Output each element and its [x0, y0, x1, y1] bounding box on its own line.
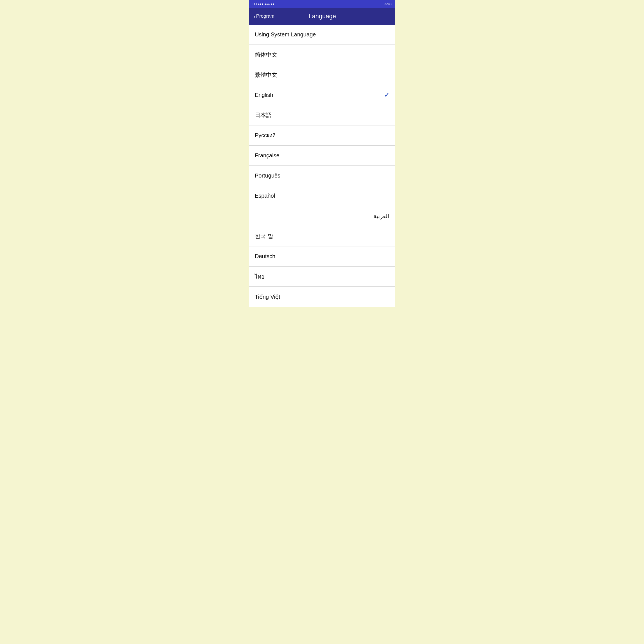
language-item-en[interactable]: English✓ [249, 85, 395, 105]
language-name-fr: Française [255, 152, 279, 159]
language-item-vi[interactable]: Tiếng Việt [249, 287, 395, 307]
language-item-zh-hant[interactable]: 繁體中文 [249, 65, 395, 85]
language-name-ja: 日本語 [255, 111, 272, 119]
language-item-ar[interactable]: العربية [249, 206, 395, 226]
language-name-ko: 한국 말 [255, 232, 273, 240]
language-name-ru: Русский [255, 132, 276, 139]
language-name-ar: العربية [255, 213, 389, 220]
status-time: 09:43 [384, 2, 391, 6]
status-left: HD ●●● ●●● ●● [253, 2, 274, 6]
back-label: Program [256, 13, 274, 19]
language-item-fr[interactable]: Française [249, 146, 395, 166]
phone-container: HD ●●● ●●● ●● 09:43 ‹ Program Language U… [249, 0, 395, 307]
language-item-ru[interactable]: Русский [249, 125, 395, 146]
back-button[interactable]: ‹ Program [254, 13, 274, 20]
language-item-zh-hans[interactable]: 简体中文 [249, 45, 395, 65]
language-item-pt[interactable]: Português [249, 166, 395, 186]
language-item-ja[interactable]: 日本語 [249, 105, 395, 125]
language-name-zh-hans: 简体中文 [255, 51, 277, 59]
status-left-text: HD ●●● ●●● ●● [253, 2, 274, 6]
language-item-ko[interactable]: 한국 말 [249, 226, 395, 246]
back-chevron-icon: ‹ [254, 13, 256, 20]
page-title: Language [277, 13, 368, 20]
language-name-es: Español [255, 193, 275, 199]
language-name-system: Using System Language [255, 31, 316, 38]
language-item-system[interactable]: Using System Language [249, 25, 395, 45]
language-list: Using System Language简体中文繁體中文English✓日本語… [249, 25, 395, 307]
language-name-th: ไทย [255, 272, 265, 281]
language-name-vi: Tiếng Việt [255, 293, 280, 300]
language-name-zh-hant: 繁體中文 [255, 71, 277, 79]
language-item-th[interactable]: ไทย [249, 267, 395, 287]
language-name-en: English [255, 92, 273, 98]
language-item-de[interactable]: Deutsch [249, 246, 395, 267]
language-name-de: Deutsch [255, 253, 275, 260]
status-right: 09:43 [384, 2, 391, 6]
status-bar: HD ●●● ●●● ●● 09:43 [249, 0, 395, 8]
checkmark-icon: ✓ [384, 92, 389, 99]
language-name-pt: Português [255, 172, 280, 179]
nav-bar: ‹ Program Language [249, 8, 395, 25]
language-item-es[interactable]: Español [249, 186, 395, 206]
